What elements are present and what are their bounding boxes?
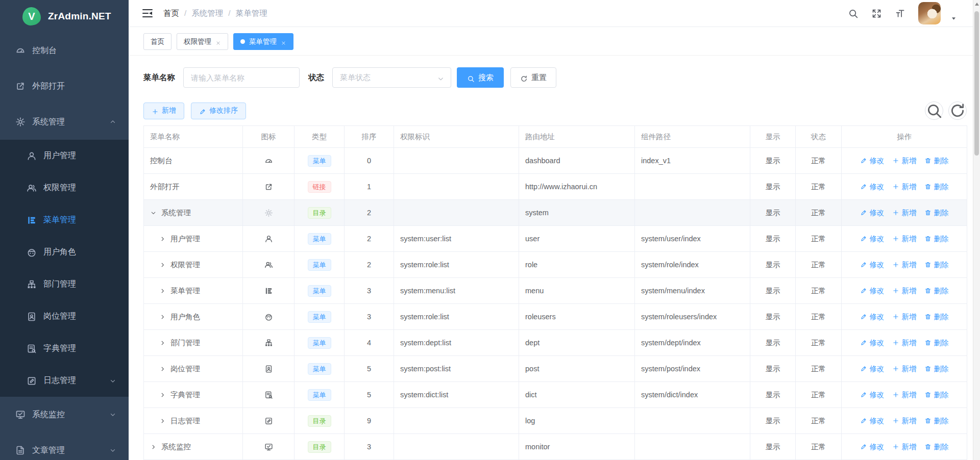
dashboard-icon [15,45,26,56]
breadcrumb-item[interactable]: 首页 [163,8,179,19]
sidebar-item-console[interactable]: 控制台 [0,33,129,68]
tab-home[interactable]: 首页 [143,33,172,50]
search-button[interactable] [848,8,859,19]
delete-action[interactable]: 删除 [924,182,949,192]
avatar[interactable] [918,2,941,24]
sidebar-item-log[interactable]: 日志管理 [0,365,129,397]
sidebar-item-role[interactable]: 权限管理 [0,172,129,204]
edit-action[interactable]: 修改 [860,416,885,426]
sidebar-item-external[interactable]: 外部打开 [0,68,129,104]
delete-action[interactable]: 删除 [924,390,949,400]
refresh-table-button[interactable] [948,101,967,120]
chevron-right-icon[interactable] [159,366,166,372]
edit-action[interactable]: 修改 [860,364,885,374]
menu-fold-icon[interactable] [141,7,154,19]
caret-down-icon[interactable] [950,14,957,20]
menu-name-cell: 用户角色 [150,312,236,322]
sidebar-item-post[interactable]: 岗位管理 [0,300,129,333]
show-search-button[interactable] [925,101,943,120]
add-action[interactable]: 新增 [892,364,917,374]
delete-action[interactable]: 删除 [924,234,949,244]
edit-action[interactable]: 修改 [860,338,885,348]
tab-close-icon[interactable] [215,39,221,44]
menu-name-input[interactable] [183,67,300,88]
add-action[interactable]: 新增 [892,338,917,348]
delete-action[interactable]: 删除 [924,208,949,218]
sidebar-item-roleusers[interactable]: 用户角色 [0,236,129,268]
delete-action[interactable]: 删除 [924,416,949,426]
perm-cell [394,148,519,174]
edit-action[interactable]: 修改 [860,182,885,192]
delete-action[interactable]: 删除 [924,286,949,296]
sidebar-item-article[interactable]: 文章管理 [0,432,129,460]
sidebar-item-system[interactable]: 系统管理 [0,104,129,140]
edit-action[interactable]: 修改 [860,156,885,166]
add-action[interactable]: 新增 [892,260,917,270]
chevron-right-icon[interactable] [159,340,166,346]
delete-action[interactable]: 删除 [924,156,949,166]
edit-action[interactable]: 修改 [860,260,885,270]
chevron-right-icon[interactable] [159,288,166,294]
add-action[interactable]: 新增 [892,390,917,400]
scrollbar-thumb[interactable] [974,11,979,156]
visible-cell: 显示 [750,252,796,278]
scrollbar-up-arrow-icon[interactable] [975,3,979,6]
edit-action-label: 修改 [870,260,885,270]
add-action[interactable]: 新增 [892,442,917,452]
chevron-right-icon[interactable] [150,444,157,450]
add-action[interactable]: 新增 [892,208,917,218]
add-action[interactable]: 新增 [892,234,917,244]
edit-action[interactable]: 修改 [860,286,885,296]
edit-action[interactable]: 修改 [860,208,885,218]
add-button-label: 新增 [162,106,176,115]
add-action[interactable]: 新增 [892,312,917,322]
chevron-right-icon[interactable] [159,236,166,242]
chevron-right-icon[interactable] [159,314,166,320]
breadcrumb-item[interactable]: 菜单管理 [236,8,267,19]
edit-action[interactable]: 修改 [860,312,885,322]
edit-icon [860,365,867,372]
row-actions: 修改新增删除 [848,390,961,400]
add-action[interactable]: 新增 [892,286,917,296]
chevron-right-icon[interactable] [159,392,166,398]
sidebar-item-menu[interactable]: 菜单管理 [0,204,129,236]
search-button[interactable]: 搜索 [457,67,504,88]
sidebar-item-monitor[interactable]: 系统监控 [0,397,129,432]
app-logo[interactable]: V ZrAdmin.NET [0,0,129,33]
perm-cell: system:user:list [394,226,519,252]
chevron-down-icon[interactable] [150,210,157,216]
edit-action[interactable]: 修改 [860,442,885,452]
delete-action[interactable]: 删除 [924,312,949,322]
edit-action[interactable]: 修改 [860,390,885,400]
component-cell: index_v1 [635,148,750,174]
type-tag: 菜单 [308,389,331,401]
chevron-right-icon[interactable] [159,418,166,424]
edit-action[interactable]: 修改 [860,234,885,244]
tab-menu[interactable]: 菜单管理 [233,33,293,50]
add-action[interactable]: 新增 [892,182,917,192]
delete-action[interactable]: 删除 [924,442,949,452]
delete-action[interactable]: 删除 [924,260,949,270]
sidebar-item-dept[interactable]: 部门管理 [0,268,129,300]
tabs-bar: 首页权限管理菜单管理 [129,27,980,56]
delete-action[interactable]: 删除 [924,364,949,374]
sort-button[interactable]: 修改排序 [191,103,246,119]
chevron-right-icon[interactable] [159,262,166,268]
row-actions: 修改新增删除 [848,234,961,244]
breadcrumb-item[interactable]: 系统管理 [191,8,223,19]
status-select[interactable]: 菜单状态 [332,67,451,88]
add-action[interactable]: 新增 [892,416,917,426]
add-button[interactable]: 新增 [143,103,184,119]
page-scrollbar[interactable] [973,0,980,460]
menu-name: 用户管理 [170,234,200,244]
font-size-button[interactable] [895,8,905,19]
add-action[interactable]: 新增 [892,156,917,166]
delete-action[interactable]: 删除 [924,338,949,348]
tab-close-icon[interactable] [281,39,286,44]
sidebar-item-user[interactable]: 用户管理 [0,140,129,172]
sidebar-item-dict[interactable]: 字典管理 [0,333,129,365]
tab-label: 首页 [151,37,164,46]
fullscreen-button[interactable] [871,8,882,19]
reset-button[interactable]: 重置 [510,67,556,88]
tab-role[interactable]: 权限管理 [177,33,228,50]
